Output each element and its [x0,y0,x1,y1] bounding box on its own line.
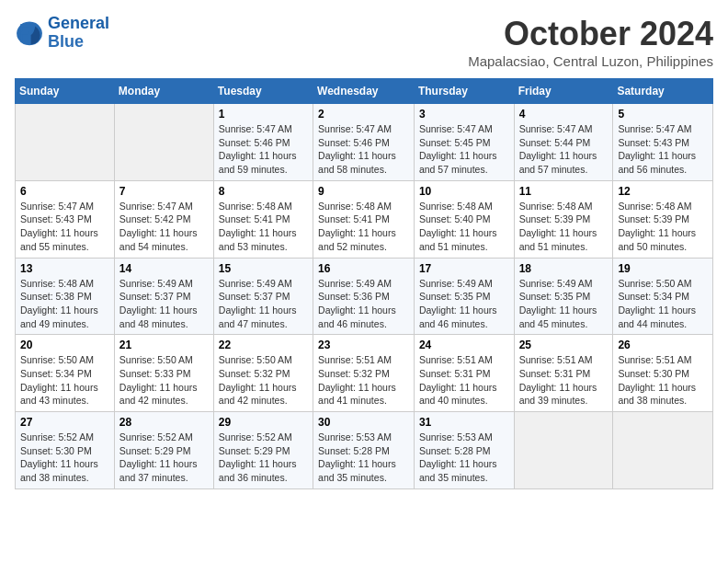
day-number: 30 [318,416,409,429]
calendar-cell: 9Sunrise: 5:48 AMSunset: 5:41 PMDaylight… [313,180,415,258]
calendar-cell: 21Sunrise: 5:50 AMSunset: 5:33 PMDayligh… [114,335,213,412]
calendar-cell: 4Sunrise: 5:47 AMSunset: 5:44 PMDaylight… [514,104,613,181]
header-friday: Friday [514,79,613,104]
calendar-cell: 22Sunrise: 5:50 AMSunset: 5:32 PMDayligh… [213,335,313,412]
day-info: Sunrise: 5:50 AMSunset: 5:34 PMDaylight:… [20,353,109,408]
header-sunday: Sunday [16,79,115,104]
day-number: 6 [20,185,109,198]
day-number: 12 [618,185,708,198]
day-info: Sunrise: 5:49 AMSunset: 5:35 PMDaylight:… [419,277,509,331]
header-thursday: Thursday [414,79,514,104]
day-number: 15 [219,262,308,275]
logo: General Blue [15,15,109,52]
calendar-body: 1Sunrise: 5:47 AMSunset: 5:46 PMDaylight… [16,104,713,489]
calendar-cell: 31Sunrise: 5:53 AMSunset: 5:28 PMDayligh… [414,412,514,489]
calendar-week-row: 1Sunrise: 5:47 AMSunset: 5:46 PMDaylight… [16,104,713,181]
header-wednesday: Wednesday [313,79,415,104]
calendar-cell: 7Sunrise: 5:47 AMSunset: 5:42 PMDaylight… [114,180,213,258]
day-number: 8 [219,185,308,198]
title-block: October 2024 Mapalacsiao, Central Luzon,… [468,15,713,69]
day-number: 11 [519,185,609,198]
day-info: Sunrise: 5:47 AMSunset: 5:45 PMDaylight:… [419,122,509,177]
calendar-header-row: SundayMondayTuesdayWednesdayThursdayFrid… [16,79,713,104]
calendar-cell [514,412,613,489]
day-number: 20 [20,339,109,351]
calendar-cell [16,104,115,181]
calendar-cell: 6Sunrise: 5:47 AMSunset: 5:43 PMDaylight… [16,180,115,258]
calendar-cell: 23Sunrise: 5:51 AMSunset: 5:32 PMDayligh… [313,335,415,412]
day-number: 21 [119,339,209,351]
day-number: 31 [419,416,509,429]
calendar-week-row: 6Sunrise: 5:47 AMSunset: 5:43 PMDaylight… [16,180,713,258]
day-number: 24 [419,339,509,351]
day-info: Sunrise: 5:47 AMSunset: 5:43 PMDaylight:… [20,200,109,254]
day-info: Sunrise: 5:53 AMSunset: 5:28 PMDaylight:… [419,431,509,485]
day-number: 10 [419,185,509,198]
calendar-cell: 10Sunrise: 5:48 AMSunset: 5:40 PMDayligh… [414,180,514,258]
day-info: Sunrise: 5:49 AMSunset: 5:37 PMDaylight:… [119,277,209,331]
calendar-cell: 26Sunrise: 5:51 AMSunset: 5:30 PMDayligh… [613,335,713,412]
calendar-week-row: 20Sunrise: 5:50 AMSunset: 5:34 PMDayligh… [16,335,713,412]
day-info: Sunrise: 5:49 AMSunset: 5:37 PMDaylight:… [219,277,308,331]
calendar-cell: 29Sunrise: 5:52 AMSunset: 5:29 PMDayligh… [213,412,313,489]
logo-name: General [48,15,109,33]
location-title: Mapalacsiao, Central Luzon, Philippines [468,53,713,69]
day-info: Sunrise: 5:52 AMSunset: 5:29 PMDaylight:… [219,431,308,485]
month-title: October 2024 [468,15,713,53]
logo-name2: Blue [48,33,109,52]
day-number: 26 [618,339,708,351]
day-info: Sunrise: 5:49 AMSunset: 5:36 PMDaylight:… [318,277,409,331]
day-number: 13 [20,262,109,275]
calendar-cell: 1Sunrise: 5:47 AMSunset: 5:46 PMDaylight… [213,104,313,181]
day-number: 19 [618,262,708,275]
day-info: Sunrise: 5:48 AMSunset: 5:41 PMDaylight:… [219,200,308,254]
day-number: 4 [519,108,609,121]
logo-icon [15,20,44,46]
calendar-cell: 12Sunrise: 5:48 AMSunset: 5:39 PMDayligh… [613,180,713,258]
svg-rect-1 [20,24,30,27]
calendar-cell: 15Sunrise: 5:49 AMSunset: 5:37 PMDayligh… [213,258,313,335]
day-info: Sunrise: 5:48 AMSunset: 5:38 PMDaylight:… [20,277,109,331]
day-number: 9 [318,185,409,198]
day-number: 25 [519,339,609,351]
calendar-cell: 8Sunrise: 5:48 AMSunset: 5:41 PMDaylight… [213,180,313,258]
day-info: Sunrise: 5:50 AMSunset: 5:33 PMDaylight:… [119,353,209,408]
calendar-table: SundayMondayTuesdayWednesdayThursdayFrid… [15,78,713,489]
header-monday: Monday [114,79,213,104]
day-info: Sunrise: 5:47 AMSunset: 5:42 PMDaylight:… [119,200,209,254]
calendar-cell: 13Sunrise: 5:48 AMSunset: 5:38 PMDayligh… [16,258,115,335]
day-number: 5 [618,108,708,121]
calendar-cell: 27Sunrise: 5:52 AMSunset: 5:30 PMDayligh… [16,412,115,489]
day-info: Sunrise: 5:51 AMSunset: 5:30 PMDaylight:… [618,353,708,408]
calendar-cell: 17Sunrise: 5:49 AMSunset: 5:35 PMDayligh… [414,258,514,335]
day-info: Sunrise: 5:47 AMSunset: 5:44 PMDaylight:… [519,122,609,177]
day-info: Sunrise: 5:48 AMSunset: 5:39 PMDaylight:… [519,200,609,254]
day-number: 1 [219,108,308,121]
day-info: Sunrise: 5:49 AMSunset: 5:35 PMDaylight:… [519,277,609,331]
calendar-cell: 5Sunrise: 5:47 AMSunset: 5:43 PMDaylight… [613,104,713,181]
day-info: Sunrise: 5:50 AMSunset: 5:34 PMDaylight:… [618,277,708,331]
day-info: Sunrise: 5:47 AMSunset: 5:43 PMDaylight:… [618,122,708,177]
day-number: 27 [20,416,109,429]
calendar-cell: 19Sunrise: 5:50 AMSunset: 5:34 PMDayligh… [613,258,713,335]
calendar-cell: 20Sunrise: 5:50 AMSunset: 5:34 PMDayligh… [16,335,115,412]
day-number: 23 [318,339,409,351]
day-number: 28 [119,416,209,429]
day-info: Sunrise: 5:47 AMSunset: 5:46 PMDaylight:… [219,122,308,177]
day-info: Sunrise: 5:48 AMSunset: 5:39 PMDaylight:… [618,200,708,254]
day-number: 16 [318,262,409,275]
calendar-cell [114,104,213,181]
day-info: Sunrise: 5:51 AMSunset: 5:31 PMDaylight:… [519,353,609,408]
svg-rect-2 [20,31,28,34]
calendar-cell: 30Sunrise: 5:53 AMSunset: 5:28 PMDayligh… [313,412,415,489]
calendar-cell [613,412,713,489]
page-header: General Blue October 2024 Mapalacsiao, C… [15,15,713,69]
header-tuesday: Tuesday [213,79,313,104]
day-number: 2 [318,108,409,121]
calendar-cell: 11Sunrise: 5:48 AMSunset: 5:39 PMDayligh… [514,180,613,258]
day-info: Sunrise: 5:48 AMSunset: 5:41 PMDaylight:… [318,200,409,254]
calendar-cell: 25Sunrise: 5:51 AMSunset: 5:31 PMDayligh… [514,335,613,412]
header-saturday: Saturday [613,79,713,104]
calendar-cell: 18Sunrise: 5:49 AMSunset: 5:35 PMDayligh… [514,258,613,335]
day-number: 18 [519,262,609,275]
